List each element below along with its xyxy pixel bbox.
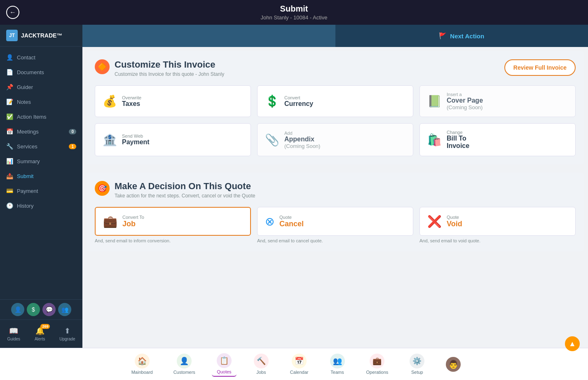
send-web-payment-card[interactable]: 🏦 Send Web Payment [95,123,251,156]
appendix-card-title: Appendix [284,136,320,143]
payment-card-label: Send Web [122,134,150,138]
sidebar-item-notes[interactable]: 📝 Notes [0,94,82,109]
customize-subtitle: Customize this Invoice for this quote - … [115,71,224,77]
void-icon: ❌ [427,215,442,228]
sidebar-item-meetings[interactable]: 📅 Meetings 0 [0,124,82,139]
nav-mainboard[interactable]: 🏠 Mainboard [127,352,157,376]
sidebar-item-submit[interactable]: 📤 Submit [0,169,82,183]
cover-page-card-text: Insert a Cover Page (Coming Soon) [447,92,483,110]
nav-operations[interactable]: 💼 Operations [362,352,393,376]
quote-cancel-card[interactable]: ⊗ Quote Cancel [257,207,413,236]
contact-icon: 👤 [6,54,13,61]
payment-label: Payment [17,188,38,194]
documents-icon: 📄 [6,69,13,75]
submit-icon: 📤 [6,173,13,179]
taxes-card-title: Taxes [122,100,141,108]
convert-job-text: Convert To Job [122,215,144,228]
customers-label: Customers [173,370,195,375]
guides-label: Guides [7,337,20,341]
cover-page-coming-soon: (Coming Soon) [447,104,483,110]
guider-label: Guider [17,84,33,90]
sidebar-item-documents[interactable]: 📄 Documents [0,65,82,80]
sidebar-alerts[interactable]: 🔔 269 Alerts [31,325,49,343]
decision-title: Make A Decision On This Quote [115,181,255,192]
nav-calendar[interactable]: 📅 Calendar [286,352,313,376]
scroll-up-button[interactable]: ▲ [565,336,580,351]
decision-card-grid: 💼 Convert To Job And, send email to info… [95,207,576,243]
quote-cancel-text: Quote Cancel [279,215,304,228]
sidebar-item-payment[interactable]: 💳 Payment [0,183,82,198]
chat-icon[interactable]: 💬 [42,303,56,316]
decision-section: 🎯 Make A Decision On This Quote Take act… [87,173,584,251]
quote-void-text: Quote Void [447,215,462,228]
nav-customers[interactable]: 👤 Customers [169,352,199,376]
decision-subtitle: Take action for the next steps. Convert,… [115,193,255,199]
convert-job-title: Job [122,220,144,228]
customers-icon: 👤 [177,354,192,368]
jobs-label: Jobs [256,370,266,375]
sidebar-item-summary[interactable]: 📊 Summary [0,154,82,169]
currency-card-title: Currency [284,100,313,108]
quote-cancel-note: And, send email to cancel quote. [257,238,413,243]
action-items-icon: ✅ [6,113,13,120]
logo-text: JACKTRADE™ [21,32,62,39]
nav-jobs[interactable]: 🔨 Jobs [249,352,274,376]
overwrite-taxes-card[interactable]: 💰 Overwrite Taxes [95,85,251,117]
guides-icon: 📖 [9,326,18,335]
dollar-icon[interactable]: $ [27,303,40,316]
nav-setup[interactable]: ⚙️ Setup [405,352,429,376]
sidebar-item-guider[interactable]: 📌 Guider [0,80,82,94]
upgrade-icon: ⬆ [64,326,70,335]
quote-cancel-title: Cancel [279,220,304,228]
sidebar-nav: 👤 Contact 📄 Documents 📌 Guider 📝 Notes ✅… [0,47,82,299]
upgrade-label: Upgrade [59,337,75,341]
convert-currency-card[interactable]: 💲 Convert Currency [257,85,413,117]
notes-icon: 📝 [6,99,13,105]
group-icon[interactable]: 👥 [58,303,71,316]
payment-card-title: Payment [122,138,150,146]
contact-label: Contact [17,54,35,61]
currency-icon: 💲 [265,94,279,108]
calendar-label: Calendar [290,370,309,375]
back-button[interactable]: ← [6,6,19,19]
operations-icon: 💼 [370,354,384,368]
cover-page-card[interactable]: 📗 Insert a Cover Page (Coming Soon) [419,85,576,117]
top-header: ← Submit John Stanly - 10084 - Active [0,0,588,25]
nav-quotes[interactable]: 📋 Quotes [212,352,237,377]
page-title: Submit [0,4,588,14]
action-bar: 🚩 Next Action [82,25,588,47]
calendar-icon: 📅 [292,354,307,368]
alerts-label: Alerts [35,337,45,341]
meetings-label: Meetings [17,129,39,135]
sidebar-user-icons: 👤 $ 💬 👥 [0,299,82,319]
logo-icon: JT [6,30,18,41]
sidebar-item-action-items[interactable]: ✅ Action Items [0,109,82,124]
add-appendix-card[interactable]: 📎 Add Appendix (Coming Soon) [257,123,413,156]
sidebar-guides[interactable]: 📖 Guides [4,325,23,343]
payment-card-text: Send Web Payment [122,134,150,146]
next-action-button[interactable]: 🚩 Next Action [335,25,588,47]
customize-title-group: Customize This Invoice Customize this In… [115,59,224,77]
submit-action-button[interactable] [82,25,335,47]
change-bill-to-invoice-card[interactable]: 🛍️ Change Bill To Invoice [419,123,576,156]
content-area: 🚩 Next Action 🔶 Customize This Invoice C… [82,25,588,348]
user-avatar[interactable]: 👨 [446,357,461,372]
cover-page-card-label: Insert a [447,92,483,97]
convert-job-card[interactable]: 💼 Convert To Job [95,207,251,236]
convert-job-wrapper: 💼 Convert To Job And, send email to info… [95,207,251,243]
quotes-icon: 📋 [217,353,232,368]
user-icon[interactable]: 👤 [11,303,24,316]
payment-icon: 💳 [6,188,13,194]
nav-teams[interactable]: 👥 Teams [325,352,350,376]
convert-job-note: And, send email to inform conversion. [95,238,251,243]
history-label: History [17,203,33,209]
quote-cancel-label: Quote [279,215,304,220]
review-full-invoice-button[interactable]: Review Full Invoice [504,59,576,76]
sidebar-item-history[interactable]: 🕐 History [0,198,82,213]
sidebar-item-contact[interactable]: 👤 Contact [0,50,82,65]
quote-void-card[interactable]: ❌ Quote Void [419,207,576,236]
summary-icon: 📊 [6,158,13,164]
sidebar-item-services[interactable]: 🔧 Services 1 [0,139,82,154]
sidebar-upgrade[interactable]: ⬆ Upgrade [56,325,78,343]
jobs-icon: 🔨 [254,354,269,368]
